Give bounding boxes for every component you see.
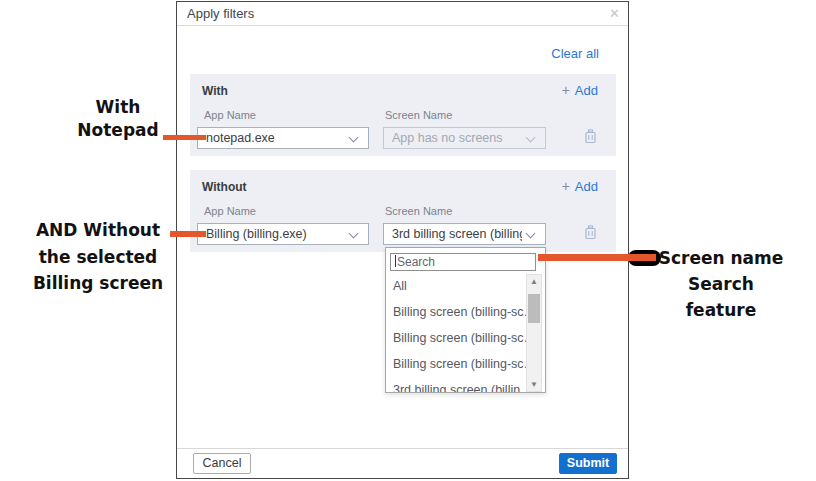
chevron-down-icon xyxy=(349,133,359,143)
annotation-line: Notepad xyxy=(63,119,173,142)
add-filter-button[interactable]: +Add xyxy=(562,178,598,194)
section-heading: Without xyxy=(202,180,247,194)
chevron-down-icon xyxy=(526,133,536,143)
screen-search-box xyxy=(390,252,536,270)
submit-button[interactable]: Submit xyxy=(559,453,617,474)
cancel-button[interactable]: Cancel xyxy=(193,453,251,474)
dropdown-option[interactable]: Billing screen (billing-sc… xyxy=(386,299,526,325)
dropdown-scrollbar[interactable]: ▲ ▼ xyxy=(526,274,542,392)
delete-filter-button[interactable] xyxy=(583,224,599,241)
plus-icon: + xyxy=(562,178,570,194)
add-filter-button[interactable]: +Add xyxy=(562,82,598,98)
screenshot-stage: With Notepad AND Without the selected Bi… xyxy=(0,0,816,481)
plus-icon: + xyxy=(562,82,570,98)
add-label: Add xyxy=(575,179,598,194)
annotation-line: Search feature xyxy=(650,271,792,323)
dialog-footer: Cancel Submit xyxy=(177,448,628,478)
add-label: Add xyxy=(575,83,598,98)
chevron-down-icon xyxy=(349,229,359,239)
annotation-line: Screen name xyxy=(650,245,792,271)
screen-search-input[interactable] xyxy=(390,253,536,271)
annotation-with-notepad: With Notepad xyxy=(63,96,173,142)
scroll-down-icon[interactable]: ▼ xyxy=(527,378,541,391)
dropdown-option[interactable]: All xyxy=(386,273,526,299)
select-value: App has no screens xyxy=(392,128,503,148)
dialog-title: Apply filters xyxy=(187,6,254,21)
app-name-select[interactable]: Billing (billing.exe) xyxy=(197,223,369,245)
annotation-line: the selected xyxy=(28,244,168,271)
screen-name-dropdown-popup: All Billing screen (billing-sc… Billing … xyxy=(385,247,546,393)
app-name-select[interactable]: notepad.exe xyxy=(197,127,369,149)
trash-icon xyxy=(583,224,598,240)
select-value: notepad.exe xyxy=(206,128,275,148)
dialog-header: Apply filters ✕ xyxy=(177,2,628,26)
annotation-screen-search: Screen name Search feature xyxy=(650,245,792,323)
screen-name-select[interactable]: 3rd billing screen (billing-… xyxy=(383,223,546,245)
app-name-label: App Name xyxy=(204,205,256,217)
dropdown-option[interactable]: Billing screen (billing-sc… xyxy=(386,351,526,377)
callout-arrow-search xyxy=(538,254,656,261)
screen-name-select-disabled: App has no screens xyxy=(383,127,546,149)
section-heading: With xyxy=(202,84,228,98)
apply-filters-dialog: Apply filters ✕ Clear all With +Add App … xyxy=(176,1,629,479)
clear-all-link[interactable]: Clear all xyxy=(551,46,599,61)
delete-filter-button[interactable] xyxy=(583,128,599,145)
screen-option-list: All Billing screen (billing-sc… Billing … xyxy=(386,273,526,393)
annotation-line: AND Without xyxy=(28,217,168,244)
annotation-and-without: AND Without the selected Billing screen xyxy=(28,217,168,297)
screen-name-label: Screen Name xyxy=(385,109,452,121)
chevron-down-icon xyxy=(526,229,536,239)
filter-section-without: Without +Add App Name Screen Name Billin… xyxy=(190,170,616,252)
callout-arrow-without xyxy=(170,231,206,237)
annotation-line: Billing screen xyxy=(28,270,168,297)
scrollbar-thumb[interactable] xyxy=(528,294,540,323)
trash-icon xyxy=(583,128,598,144)
close-icon[interactable]: ✕ xyxy=(609,6,620,22)
select-value: Billing (billing.exe) xyxy=(206,224,307,244)
filter-section-with: With +Add App Name Screen Name notepad.e… xyxy=(190,74,616,156)
text-caret xyxy=(395,255,396,267)
app-name-label: App Name xyxy=(204,109,256,121)
screen-name-label: Screen Name xyxy=(385,205,452,217)
select-value: 3rd billing screen (billing-… xyxy=(392,224,522,244)
dropdown-option[interactable]: Billing screen (billing-sc… xyxy=(386,325,526,351)
scroll-up-icon[interactable]: ▲ xyxy=(527,275,541,288)
annotation-line: With xyxy=(63,96,173,119)
dropdown-option[interactable]: 3rd billing screen (billin xyxy=(386,377,526,393)
